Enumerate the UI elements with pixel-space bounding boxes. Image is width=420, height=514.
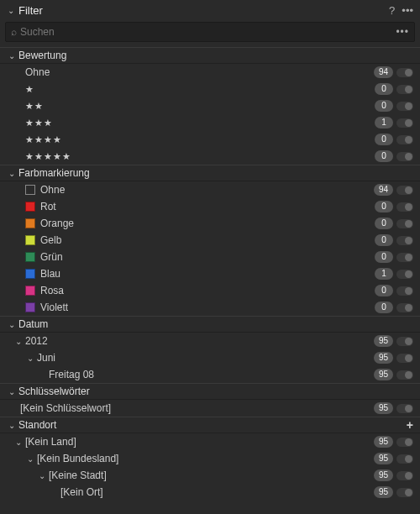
list-item[interactable]: ⌄Juni95 [0,349,420,366]
color-swatch [25,185,35,195]
filter-toggle[interactable] [396,85,413,94]
count-badge: 95 [374,335,393,347]
filter-toggle[interactable] [396,152,413,161]
count-badge: 0 [375,201,393,212]
color-label: Blau [40,268,375,280]
section-title: Schlüsselwörter [18,386,413,397]
filter-toggle[interactable] [396,370,413,380]
list-item[interactable]: ⌄[Keine Stadt]95 [0,467,420,484]
count-badge: 95 [374,486,393,498]
panel-title: Filter [18,4,389,17]
date-label: Juni [37,352,374,364]
list-item[interactable]: ⌄201295 [0,333,420,349]
list-item[interactable]: ★★★★0 [0,131,420,148]
filter-toggle[interactable] [396,236,413,245]
filter-toggle[interactable] [396,438,413,447]
filter-toggle[interactable] [396,186,413,195]
list-item[interactable]: Violett0 [0,299,420,316]
count-badge: 95 [374,402,393,414]
section-header[interactable]: ⌄ Bewertung [0,47,420,64]
rating-label: Ohne [25,66,374,78]
location-label: [Kein Land] [25,436,374,448]
filter-toggle[interactable] [396,354,413,363]
list-item[interactable]: Ohne94 [0,64,420,81]
filter-toggle[interactable] [396,68,413,77]
color-swatch [25,202,35,212]
list-item[interactable]: Orange0 [0,215,420,232]
list-item[interactable]: Rot0 [0,198,420,215]
list-item[interactable]: [Kein Ort]95 [0,484,420,501]
location-label: [Kein Bundesland] [37,453,374,464]
list-item[interactable]: Blau1 [0,265,420,282]
more-icon[interactable]: ••• [402,4,413,17]
section-header[interactable]: ⌄ Schlüsselwörter [0,383,420,400]
location-label: [Keine Stadt] [49,469,374,481]
section-header[interactable]: ⌄ Datum [0,316,420,333]
filter-toggle[interactable] [396,202,413,212]
stars-icon: ★★★★ [25,134,375,145]
filter-toggle[interactable] [396,488,413,497]
section-header[interactable]: ⌄ Standort + [0,417,420,433]
count-badge: 0 [375,83,393,95]
list-item[interactable]: ★★★★★0 [0,148,420,165]
chevron-down-icon: ⌄ [27,354,35,363]
chevron-down-icon: ⌄ [27,454,35,464]
search-bar[interactable]: ⌕ ••• [5,22,415,42]
filter-toggle[interactable] [396,253,413,262]
search-more-icon[interactable]: ••• [396,26,409,38]
list-item[interactable]: ⌄[Kein Bundesland]95 [0,450,420,467]
section-header[interactable]: ⌄ Farbmarkierung [0,165,420,181]
color-swatch [25,218,35,228]
filter-toggle[interactable] [396,270,413,279]
chevron-down-icon: ⌄ [8,169,17,178]
filter-toggle[interactable] [396,303,413,312]
filter-toggle[interactable] [396,102,413,111]
count-badge: 0 [375,100,393,112]
color-label: Violett [40,302,375,313]
filter-toggle[interactable] [396,471,413,480]
list-item[interactable]: Freitag 0895 [0,366,420,383]
date-label: 2012 [25,335,374,347]
date-label: Freitag 08 [49,369,374,380]
filter-toggle[interactable] [396,337,413,346]
chevron-down-icon[interactable]: ⌄ [7,6,15,15]
filter-toggle[interactable] [396,219,413,228]
list-item[interactable]: Ohne94 [0,181,420,198]
section-title: Bewertung [18,50,413,61]
count-badge: 95 [374,352,393,364]
chevron-down-icon: ⌄ [15,337,24,346]
list-item[interactable]: ★★0 [0,97,420,114]
list-item[interactable]: ★★★1 [0,114,420,131]
color-swatch [25,286,35,296]
chevron-down-icon: ⌄ [15,438,24,447]
filter-toggle[interactable] [396,118,413,128]
list-item[interactable]: Grün0 [0,249,420,265]
list-item[interactable]: ⌄[Kein Land]95 [0,433,420,450]
stars-icon: ★★★★★ [25,151,375,162]
list-item[interactable]: ★0 [0,81,420,97]
filter-toggle[interactable] [396,135,413,144]
count-badge: 0 [375,302,393,313]
search-input[interactable] [20,26,396,38]
chevron-down-icon: ⌄ [8,320,17,329]
count-badge: 95 [374,469,393,481]
add-icon[interactable]: + [407,418,413,432]
count-badge: 0 [375,218,393,229]
list-item[interactable]: Gelb0 [0,232,420,249]
section-title: Farbmarkierung [18,167,413,179]
panel-titlebar: ⌄ Filter ? ••• [0,0,420,20]
color-label: Rosa [40,285,375,296]
color-label: Grün [40,251,375,263]
help-icon[interactable]: ? [389,4,395,17]
color-label: Ohne [40,184,374,196]
list-item[interactable]: Rosa0 [0,282,420,299]
filter-toggle[interactable] [396,286,413,296]
list-item[interactable]: [Kein Schlüsselwort]95 [0,400,420,417]
section-title: Standort [18,419,407,431]
color-label: Rot [40,201,375,212]
color-swatch [25,302,35,312]
filter-toggle[interactable] [396,404,413,413]
keyword-label: [Kein Schlüsselwort] [20,402,374,414]
count-badge: 0 [375,251,393,263]
filter-toggle[interactable] [396,454,413,464]
